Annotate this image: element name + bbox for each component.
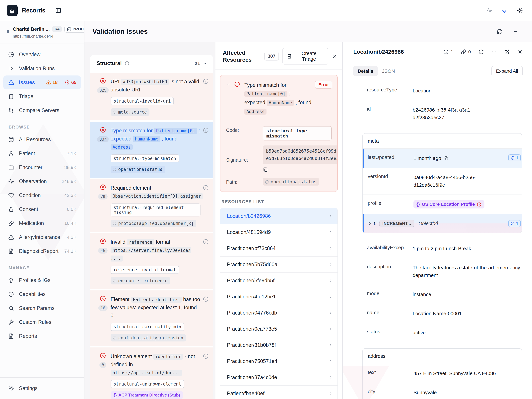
path-chip[interactable]: confidentiality.extension bbox=[111, 334, 186, 342]
filter-icon[interactable] bbox=[512, 28, 519, 35]
field-row-extension[interactable]: t. INCREMENT... Object{2} 1 bbox=[363, 214, 522, 233]
issue-card[interactable]: 16 Element Patient.identifier has too fe… bbox=[90, 291, 213, 346]
resource-list-item[interactable]: Practitioner/31b0b78f bbox=[220, 337, 337, 353]
resource-list-item[interactable]: Practitioner/04776cdb bbox=[220, 305, 337, 321]
sidebar-item-capabilities[interactable]: Capabilities bbox=[3, 287, 81, 301]
path-chip[interactable]: operationalstatus bbox=[263, 178, 319, 185]
create-triage-button[interactable]: Create Triage bbox=[282, 48, 328, 64]
rule-chip[interactable]: structural-cardinality-min bbox=[111, 323, 184, 331]
rule-chip[interactable]: structural-unknown-element bbox=[111, 380, 184, 388]
issue-card[interactable]: 79 Required element Observation.identifi… bbox=[90, 179, 213, 232]
resource-list-item[interactable]: Practitioner/bf73c864 bbox=[220, 241, 337, 257]
info-icon[interactable] bbox=[203, 295, 209, 342]
info-icon[interactable] bbox=[203, 238, 209, 285]
chevron-up-icon[interactable] bbox=[203, 61, 207, 66]
structural-panel-header[interactable]: Structural 21 bbox=[90, 55, 213, 71]
environment-icon bbox=[68, 28, 71, 31]
sidebar-item-allergyintolerance[interactable]: AllergyIntolerance4.2K bbox=[3, 230, 81, 244]
resource-list-item[interactable]: Location/b2426986 bbox=[220, 208, 337, 224]
issue-card-selected[interactable]: 307 Type mismatch for Patient.name[0] : … bbox=[90, 122, 213, 178]
sidebar-toggle-icon[interactable] bbox=[55, 7, 61, 13]
issue-card[interactable]: 45 Invalid reference format: https://ser… bbox=[90, 233, 213, 289]
chevron-right-icon[interactable] bbox=[368, 222, 372, 226]
issue-count-badge[interactable]: 1 bbox=[508, 220, 521, 227]
target-icon bbox=[265, 180, 269, 184]
resource-list-item[interactable]: Practitioner/5b75d60a bbox=[220, 257, 337, 273]
sidebar-item-validation-runs[interactable]: Validation Runs bbox=[3, 62, 81, 76]
sidebar-item-custom-rules[interactable]: Custom Rules bbox=[3, 315, 81, 329]
sidebar-item-profiles-igs[interactable]: Profiles & IGs bbox=[3, 273, 81, 287]
sidebar-item-all-resources[interactable]: All Resources bbox=[3, 133, 81, 146]
copy-icon[interactable] bbox=[263, 167, 268, 172]
more-options-icon[interactable] bbox=[491, 49, 497, 55]
extension-tag-chip[interactable]: INCREMENT... bbox=[379, 220, 414, 227]
resource-list-item[interactable]: Location/481594d9 bbox=[220, 224, 337, 241]
field-row-description: description The facility features a stat… bbox=[353, 258, 522, 285]
links-button[interactable]: 0 bbox=[461, 49, 471, 55]
address-group-label[interactable]: address bbox=[363, 349, 522, 364]
remove-profile-icon[interactable] bbox=[477, 202, 481, 207]
sidebar-item-triage[interactable]: Triage bbox=[3, 89, 81, 103]
resource-list-item[interactable]: Patient/fbae40ef bbox=[220, 386, 337, 399]
rule-chip[interactable]: structural-invalid-uri bbox=[111, 97, 174, 105]
sidebar-item-patient[interactable]: Patient7.1K bbox=[3, 146, 81, 160]
resource-list-item[interactable]: Practitioner/0ca773e5 bbox=[220, 321, 337, 337]
meta-group-label[interactable]: meta bbox=[363, 133, 522, 149]
path-chip[interactable]: meta.source bbox=[111, 108, 149, 116]
profile-chip[interactable]: {}US Core Location Profile bbox=[413, 200, 484, 209]
history-button[interactable]: 1 bbox=[443, 49, 453, 55]
activity-icon[interactable] bbox=[487, 8, 492, 13]
issue-card[interactable]: 325 URI #U3DjmnJW3CLbaIHO is not a valid… bbox=[90, 73, 213, 120]
issue-card[interactable]: 8 Unknown element identifier - not defin… bbox=[90, 348, 213, 399]
chevron-down-icon[interactable] bbox=[74, 27, 78, 32]
profile-chip[interactable]: {}ACP Treatment Directive (Stub) bbox=[111, 391, 183, 399]
sidebar-item-overview[interactable]: Overview bbox=[3, 48, 81, 62]
path-chip[interactable]: protocolapplied.dosenumber[x] bbox=[111, 220, 196, 227]
close-icon[interactable] bbox=[332, 54, 337, 59]
resource-list-item[interactable]: Practitioner/4fe12be1 bbox=[220, 289, 337, 305]
clipboard-icon bbox=[8, 94, 14, 99]
path-chip[interactable]: encounter.reference bbox=[111, 277, 170, 285]
sidebar-item-condition[interactable]: Condition42.3K bbox=[3, 188, 81, 202]
inspector-header: Location/b2426986 1 0 bbox=[343, 42, 532, 61]
sidebar-item-reports[interactable]: Reports bbox=[3, 329, 81, 343]
info-icon[interactable] bbox=[203, 352, 209, 399]
refresh-icon[interactable] bbox=[497, 29, 503, 35]
sidebar-item-encounter[interactable]: Encounter88.9K bbox=[3, 160, 81, 174]
info-icon[interactable] bbox=[125, 61, 129, 66]
close-icon[interactable] bbox=[517, 49, 523, 55]
sidebar-item-diagnosticreport[interactable]: DiagnosticReport74.1K bbox=[3, 244, 81, 258]
chevron-right-icon bbox=[329, 375, 333, 380]
open-external-icon[interactable] bbox=[504, 49, 510, 55]
info-icon[interactable] bbox=[203, 127, 209, 173]
info-icon[interactable] bbox=[203, 184, 209, 227]
sidebar-item-observation[interactable]: Observation248.9K bbox=[3, 174, 81, 188]
wifi-icon[interactable] bbox=[501, 7, 507, 13]
field-row-lastupdated[interactable]: lastUpdated 1 month ago 1 bbox=[363, 149, 522, 168]
sidebar-item-medication[interactable]: Medication16.4K bbox=[3, 216, 81, 230]
resource-list-item[interactable]: Practitioner/5fe9db5f bbox=[220, 273, 337, 289]
sidebar-item-consent[interactable]: Consent6.0K bbox=[3, 202, 81, 216]
resource-list-item[interactable]: Practitioner/750571e4 bbox=[220, 353, 337, 369]
info-icon[interactable] bbox=[203, 78, 209, 116]
sidebar-item-search-params[interactable]: Search Params bbox=[3, 301, 81, 315]
sidebar-item-settings[interactable]: Settings bbox=[3, 381, 81, 395]
resource-list-item[interactable]: Practitioner/37a4c0de bbox=[220, 369, 337, 386]
rule-chip[interactable]: structural-required-element-missing bbox=[111, 203, 201, 216]
theme-sun-icon[interactable] bbox=[517, 7, 523, 13]
code-chip[interactable]: structural-type-mismatch bbox=[263, 126, 332, 140]
sidebar-item-issues[interactable]: Issues 18 65 bbox=[3, 76, 81, 89]
server-selector[interactable]: Charité Berlin ... R4 PROD https://fhir.… bbox=[0, 21, 84, 44]
expand-all-button[interactable]: Expand All bbox=[491, 66, 523, 76]
issue-count-badge[interactable]: 1 bbox=[508, 154, 521, 161]
resources-list: Location/b2426986 Location/481594d9 Prac… bbox=[220, 208, 338, 399]
refresh-icon[interactable] bbox=[478, 49, 484, 55]
copy-icon[interactable] bbox=[444, 156, 449, 161]
rule-chip[interactable]: structural-type-mismatch bbox=[111, 154, 179, 162]
tab-json[interactable]: JSON bbox=[378, 66, 399, 76]
tab-details[interactable]: Details bbox=[353, 66, 378, 76]
path-chip[interactable]: operationalstatus bbox=[111, 166, 165, 173]
sidebar-item-compare-servers[interactable]: Compare Servers bbox=[3, 103, 81, 117]
rule-chip[interactable]: reference-invalid-format bbox=[111, 266, 179, 274]
chevron-down-icon[interactable] bbox=[226, 82, 231, 116]
